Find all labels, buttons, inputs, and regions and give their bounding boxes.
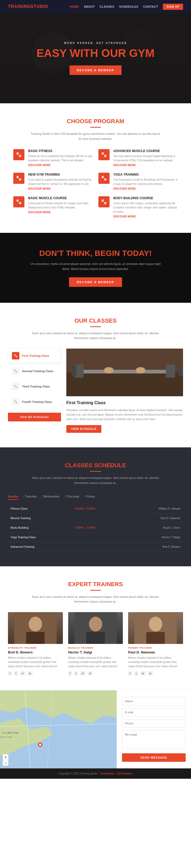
program-link[interactable]: DISCOVER MORE bbox=[28, 164, 51, 166]
hero-cta-button[interactable]: BECOME A MEMBER bbox=[70, 65, 121, 75]
contact-submit-button[interactable]: SEND MESSAGE bbox=[122, 753, 186, 762]
svg-rect-19 bbox=[86, 632, 105, 644]
classes-section: OUR CLASSES Nunc arcu sem, laoreet at me… bbox=[0, 303, 191, 447]
svg-rect-23 bbox=[146, 632, 165, 644]
social-linkedin[interactable]: in bbox=[20, 671, 25, 676]
map-zoom-out[interactable]: − bbox=[3, 760, 8, 766]
classes-header: OUR CLASSES Nunc arcu sem, laoreet at me… bbox=[8, 317, 183, 341]
svg-rect-15 bbox=[26, 632, 45, 644]
trainers-section: EXPERT TRAINERS Nunc arcu sem, laoreet a… bbox=[0, 566, 191, 690]
footer: Copyright © 2020 Training Studio - Templ… bbox=[0, 768, 191, 779]
program-item: Yoga Training This framework is built on… bbox=[99, 173, 178, 190]
program-icon bbox=[13, 196, 24, 208]
trainer-social: f t in in bbox=[68, 671, 123, 676]
program-link[interactable]: DISCOVER MORE bbox=[113, 187, 136, 190]
table-row: Advanced Training Bret D. Bowers bbox=[8, 542, 183, 552]
signup-button[interactable]: SIGN UP bbox=[163, 4, 183, 10]
nav-classes[interactable]: CLASSES bbox=[100, 5, 114, 8]
trainer-role: Power Trainer bbox=[128, 647, 183, 649]
classes-description: Nunc arcu sem, laoreet at metus id, aliq… bbox=[29, 331, 162, 341]
contact-email-input[interactable] bbox=[122, 708, 186, 716]
view-schedule-button[interactable]: VIEW SCHEDULE bbox=[66, 425, 101, 433]
map-zoom-controls: + − bbox=[3, 754, 8, 766]
classes-list: First Training Class Second Training Cla… bbox=[8, 348, 61, 433]
program-item: Basic Fitness Please do not re-distribut… bbox=[13, 149, 92, 167]
social-linkedin[interactable]: in bbox=[80, 671, 85, 676]
nav-schedules[interactable]: SCHEDULES bbox=[119, 5, 138, 8]
nav-home[interactable]: HOME bbox=[70, 5, 79, 8]
social-twitter[interactable]: t bbox=[134, 671, 138, 676]
navbar-links: HOME ABOUT CLASSES SCHEDULES CONTACT SIG… bbox=[70, 4, 183, 10]
classes-layout: First Training Class Second Training Cla… bbox=[8, 348, 183, 433]
social-facebook[interactable]: f bbox=[8, 671, 12, 676]
nav-contact[interactable]: CONTACT bbox=[143, 5, 158, 8]
table-row: Muscle Training Paul D. Newman bbox=[8, 513, 183, 523]
program-icon bbox=[99, 149, 110, 160]
logo-accent: STUDIO bbox=[30, 4, 48, 9]
social-twitter[interactable]: t bbox=[74, 671, 78, 676]
schedule-tab-wednesday[interactable]: Wednesday bbox=[44, 493, 60, 500]
schedule-tabs: Sunday / Tuesday / Wednesday / Thursday … bbox=[8, 493, 183, 500]
nav-about[interactable]: ABOUT bbox=[84, 5, 95, 8]
trainer-image bbox=[68, 612, 123, 644]
map-zoom-in[interactable]: + bbox=[3, 754, 8, 760]
social-instagram[interactable]: in bbox=[27, 671, 33, 676]
class-icon bbox=[12, 383, 19, 390]
map-contact-section: Az. Laala Costa Where chubby + − SEND ME… bbox=[0, 690, 191, 768]
schedule-tab-friday[interactable]: Friday bbox=[86, 493, 95, 500]
schedule-title: CLASSES SCHEDULE bbox=[8, 462, 183, 469]
trainer-card: Power Trainer Paul D. Newman Where chubb… bbox=[128, 612, 183, 676]
contact-form-panel: SEND MESSAGE bbox=[117, 690, 191, 768]
social-facebook[interactable]: f bbox=[128, 671, 132, 676]
svg-text:Az. Laala Costa: Az. Laala Costa bbox=[2, 731, 18, 734]
trainers-divider bbox=[90, 590, 101, 591]
class-list-item[interactable]: First Training Class bbox=[8, 348, 61, 363]
social-twitter[interactable]: t bbox=[14, 671, 18, 676]
footer-link-templatemo[interactable]: TemplateMo bbox=[100, 772, 114, 775]
table-row: Fitness Class 8:00AM - 9:00AM William G.… bbox=[8, 504, 183, 514]
program-info: Yoga Training This framework is built on… bbox=[113, 173, 178, 190]
contact-form: SEND MESSAGE bbox=[122, 697, 186, 762]
class-list-item[interactable]: Fourth Training Class bbox=[8, 395, 61, 409]
program-link[interactable]: DISCOVER MORE bbox=[113, 164, 136, 166]
svg-point-34 bbox=[39, 744, 41, 746]
social-instagram[interactable]: in bbox=[148, 671, 153, 676]
classes-detail-image bbox=[66, 348, 183, 396]
navbar: TRAININGSTUDIO HOME ABOUT CLASSES SCHEDU… bbox=[0, 0, 191, 13]
trainer-bio: Where chubby-hubward & hit skillery monk… bbox=[8, 656, 63, 669]
program-link[interactable]: DISCOVER MORE bbox=[28, 187, 51, 190]
programs-description: Training Studio is free CSS template for… bbox=[29, 131, 162, 141]
program-info: New Gym Training If you want to support … bbox=[28, 173, 92, 190]
cta-button[interactable]: BECOME A MEMBER bbox=[69, 277, 122, 287]
program-icon bbox=[99, 173, 110, 184]
footer-link-ziptemplates[interactable]: ZipTemplates bbox=[117, 772, 132, 775]
svg-rect-9 bbox=[72, 366, 76, 376]
program-info: Advanced Muscle Course You may want to b… bbox=[113, 149, 178, 167]
table-row: Body Building 2:00PM - 3:30PM Boyd C. Ha… bbox=[8, 523, 183, 532]
contact-phone-input[interactable] bbox=[122, 719, 186, 727]
trainer-image bbox=[128, 612, 183, 644]
class-list-item[interactable]: Second Training Class bbox=[8, 364, 61, 378]
active-class-description: Phasellus convallis mauris and elementum… bbox=[66, 408, 183, 422]
active-class-title: First Training Class bbox=[66, 401, 183, 405]
trainers-description: Nunc arcu sem, laoreet at metus id, aliq… bbox=[29, 594, 162, 604]
class-icon bbox=[12, 367, 19, 375]
class-list-item[interactable]: Third Training Class bbox=[8, 379, 61, 394]
trainer-social: f t in in bbox=[8, 671, 63, 676]
trainer-bio: Where chubby-hubward & hit skillery monk… bbox=[128, 656, 183, 669]
schedule-tab-thursday[interactable]: Thursday bbox=[66, 493, 80, 500]
schedule-tab-tuesday[interactable]: Tuesday bbox=[25, 493, 37, 500]
schedule-tab-sunday[interactable]: Sunday bbox=[8, 493, 19, 500]
classes-title: OUR CLASSES bbox=[8, 317, 183, 324]
trainer-name: Paul D. Newman bbox=[128, 650, 183, 654]
program-link[interactable]: DISCOVER MORE bbox=[28, 211, 51, 214]
social-instagram[interactable]: in bbox=[87, 671, 93, 676]
social-facebook[interactable]: f bbox=[68, 671, 72, 676]
contact-name-input[interactable] bbox=[122, 697, 186, 705]
hero-title: EASY WITH OUR GYM bbox=[36, 47, 155, 59]
social-linkedin[interactable]: in bbox=[140, 671, 146, 676]
view-all-schedules-button[interactable]: View All Schedules bbox=[8, 413, 61, 422]
contact-message-input[interactable] bbox=[122, 730, 186, 749]
schedule-table: Fitness Class 8:00AM - 9:00AM William G.… bbox=[8, 504, 183, 552]
program-link[interactable]: DISCOVER MORE bbox=[113, 215, 136, 218]
